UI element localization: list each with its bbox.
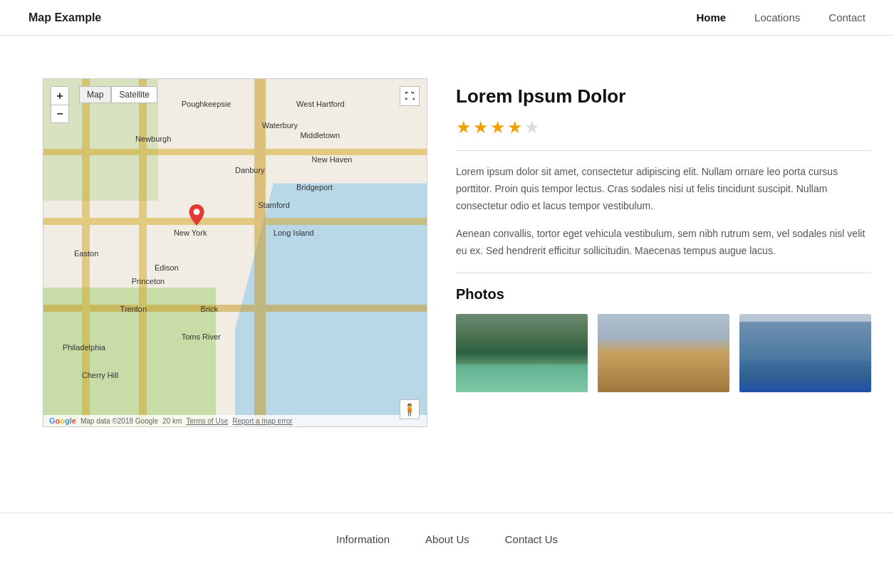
pegman-icon: 🧍 (402, 403, 417, 416)
description-2: Aenean convallis, tortor eget vehicula v… (456, 226, 871, 260)
map-scale: 20 km (162, 417, 182, 425)
footer-item-contactus[interactable]: Contact Us (505, 533, 558, 546)
map-zoom-controls: + − (51, 86, 69, 123)
footer-links: Information About Us Contact Us (0, 533, 894, 546)
google-logo: Google (49, 416, 76, 425)
star-4: ★ (507, 117, 523, 137)
footer-link-aboutus[interactable]: About Us (425, 533, 469, 545)
nav-item-home[interactable]: Home (696, 11, 726, 24)
report-link[interactable]: Report a map error (232, 417, 292, 425)
zoom-out-button[interactable]: − (51, 105, 69, 123)
info-title: Lorem Ipsum Dolor (456, 85, 871, 107)
map-type-map-button[interactable]: Map (79, 86, 111, 103)
map-data-text: Map data ©2018 Google (80, 417, 158, 425)
marker-pin-icon (189, 204, 204, 226)
divider-1 (456, 150, 871, 151)
map-type-controls: Map Satellite (79, 86, 157, 103)
map-type-satellite-button[interactable]: Satellite (111, 86, 157, 103)
nav-link-home[interactable]: Home (696, 11, 726, 23)
star-1: ★ (456, 117, 472, 137)
star-5: ★ (524, 117, 540, 137)
svg-point-0 (194, 209, 200, 215)
expand-icon (405, 91, 415, 101)
map-expand-button[interactable] (400, 86, 420, 106)
brand-logo: Map Example (28, 11, 696, 24)
map-placeholder: Poughkeepsie West Hartford Newburgh Wate… (43, 79, 427, 426)
footer-link-contactus[interactable]: Contact Us (505, 533, 558, 545)
map-marker (189, 204, 204, 229)
footer-item-information[interactable]: Information (336, 533, 390, 546)
photo-3[interactable] (739, 314, 871, 392)
nav-links: Home Locations Contact (696, 11, 866, 24)
map-footer: Google Map data ©2018 Google 20 km Terms… (43, 415, 427, 426)
description-1: Lorem ipsum dolor sit amet, consectetur … (456, 164, 871, 214)
terms-link[interactable]: Terms of Use (186, 417, 228, 425)
star-2: ★ (473, 117, 489, 137)
zoom-in-button[interactable]: + (51, 86, 69, 105)
photo-2[interactable] (598, 314, 729, 392)
nav-item-locations[interactable]: Locations (754, 11, 800, 24)
photo-1[interactable] (456, 314, 588, 392)
navbar: Map Example Home Locations Contact (0, 0, 894, 36)
star-rating: ★ ★ ★ ★ ★ (456, 117, 871, 137)
star-3: ★ (490, 117, 506, 137)
map-container: Poughkeepsie West Hartford Newburgh Wate… (43, 78, 427, 427)
nav-link-contact[interactable]: Contact (828, 11, 866, 23)
photos-grid (456, 314, 871, 392)
footer-item-aboutus[interactable]: About Us (425, 533, 469, 546)
info-panel: Lorem Ipsum Dolor ★ ★ ★ ★ ★ Lorem ipsum … (456, 78, 871, 427)
main-content: Poughkeepsie West Hartford Newburgh Wate… (0, 36, 894, 470)
map-pegman-button[interactable]: 🧍 (400, 399, 420, 419)
divider-2 (456, 273, 871, 273)
photos-title: Photos (456, 286, 871, 303)
footer-link-information[interactable]: Information (336, 533, 390, 545)
footer: Information About Us Contact Us (0, 513, 894, 566)
nav-link-locations[interactable]: Locations (754, 11, 800, 23)
map-roads (43, 79, 427, 426)
nav-item-contact[interactable]: Contact (828, 11, 866, 24)
